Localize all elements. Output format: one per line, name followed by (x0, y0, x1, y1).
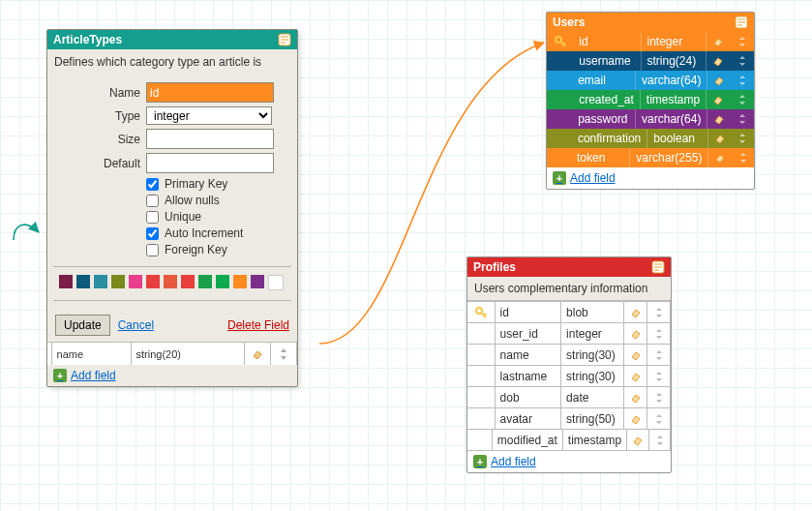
key-icon (547, 148, 571, 167)
field-name-cell: confirmation (572, 129, 647, 148)
field-type-select[interactable]: integer (146, 106, 272, 125)
table-profiles[interactable]: Profiles Users complementary information… (466, 256, 672, 473)
sort-icon[interactable] (731, 71, 754, 90)
eraser-icon[interactable] (707, 90, 730, 109)
sort-icon[interactable] (647, 345, 671, 365)
table-row[interactable]: emailvarchar(64) (547, 71, 754, 90)
delete-field-link[interactable]: Delete Field (227, 318, 289, 332)
table-row[interactable]: name string(20) (47, 342, 297, 365)
eraser-icon[interactable] (245, 343, 271, 365)
eraser-icon[interactable] (707, 109, 731, 129)
eraser-icon[interactable] (707, 32, 731, 51)
table-edit-icon[interactable] (651, 260, 665, 274)
table-row[interactable]: dobdate (467, 387, 671, 408)
field-size-input[interactable] (146, 129, 274, 149)
field-name-cell: name (52, 343, 132, 365)
color-swatch[interactable] (233, 275, 247, 288)
plus-icon: + (473, 455, 487, 468)
table-edit-icon[interactable] (735, 15, 748, 29)
sort-icon[interactable] (649, 430, 671, 450)
table-row[interactable]: idinteger (547, 32, 754, 51)
sort-icon[interactable] (647, 323, 671, 344)
field-default-input[interactable] (146, 153, 274, 173)
color-swatches (59, 275, 297, 290)
sort-icon[interactable] (730, 32, 754, 51)
color-swatch[interactable] (251, 275, 264, 288)
color-swatch[interactable] (129, 275, 142, 288)
key-icon (467, 345, 496, 365)
checkbox-foreign-key[interactable]: Foreign Key (146, 243, 297, 256)
eraser-icon[interactable] (707, 51, 731, 71)
table-row[interactable]: lastnamestring(30) (467, 366, 671, 387)
table-row[interactable]: created_attimestamp (547, 90, 754, 109)
checkbox-allow-nulls[interactable]: Allow nulls (146, 194, 297, 207)
table-row[interactable]: tokenvarchar(255) (547, 148, 754, 167)
table-row[interactable]: usernamestring(24) (547, 51, 754, 71)
table-row[interactable]: confirmationboolean (547, 129, 754, 148)
eraser-icon[interactable] (624, 323, 647, 344)
cancel-link[interactable]: Cancel (118, 318, 154, 332)
table-edit-icon[interactable] (278, 33, 291, 46)
checkbox-primary-key[interactable]: Primary Key (146, 177, 297, 191)
field-type-cell: string(24) (642, 51, 707, 71)
table-users[interactable]: Users idintegerusernamestring(24)emailva… (546, 12, 755, 190)
sort-icon[interactable] (731, 109, 754, 129)
eraser-icon[interactable] (627, 430, 649, 450)
sort-icon[interactable] (647, 387, 671, 407)
eraser-icon[interactable] (708, 129, 732, 148)
field-type-cell: varchar(255) (630, 148, 708, 167)
color-swatch[interactable] (111, 275, 125, 288)
sort-icon[interactable] (647, 408, 671, 429)
table-row[interactable]: passwordvarchar(64) (547, 109, 754, 129)
color-swatch[interactable] (216, 275, 229, 288)
eraser-icon[interactable] (624, 302, 647, 322)
table-row[interactable]: modified_attimestamp (467, 430, 671, 451)
key-icon (547, 51, 573, 71)
field-type-cell: integer (642, 32, 707, 51)
checkbox-unique[interactable]: Unique (146, 210, 297, 224)
sort-icon[interactable] (730, 51, 754, 71)
article-types-title: ArticleTypes (53, 33, 122, 46)
eraser-icon[interactable] (624, 345, 647, 365)
key-icon (547, 32, 573, 51)
sort-icon[interactable] (732, 148, 754, 167)
table-row[interactable]: user_idinteger (467, 323, 671, 345)
color-swatch[interactable] (94, 275, 107, 288)
table-row[interactable]: namestring(30) (467, 345, 671, 366)
color-swatch[interactable] (198, 275, 212, 288)
table-row[interactable]: avatarstring(50) (467, 408, 671, 430)
eraser-icon[interactable] (624, 366, 647, 386)
color-swatch[interactable] (59, 275, 73, 288)
color-swatch[interactable] (181, 275, 195, 288)
update-button[interactable]: Update (55, 315, 110, 336)
field-name-cell: password (572, 109, 636, 129)
field-name-input[interactable] (146, 82, 274, 103)
table-row[interactable]: idblob (467, 302, 671, 323)
eraser-icon[interactable] (707, 71, 731, 90)
field-name-cell: created_at (573, 90, 641, 109)
article-types-titlebar[interactable]: ArticleTypes (47, 30, 297, 49)
add-field-link[interactable]: + Add field (547, 167, 754, 189)
checkbox-auto-increment[interactable]: Auto Increment (146, 226, 297, 240)
table-article-types[interactable]: ArticleTypes Defines which category type… (46, 29, 298, 387)
label-size: Size (47, 133, 146, 146)
add-field-link[interactable]: + Add field (47, 365, 297, 386)
color-swatch[interactable] (164, 275, 177, 288)
sort-icon[interactable] (647, 302, 671, 322)
sort-icon[interactable] (271, 343, 297, 365)
field-type-cell: integer (561, 323, 624, 344)
color-swatch[interactable] (146, 275, 160, 288)
eraser-icon[interactable] (708, 148, 732, 167)
key-icon (467, 302, 496, 322)
sort-icon[interactable] (647, 366, 671, 386)
color-swatch[interactable] (268, 275, 284, 290)
sort-icon[interactable] (731, 90, 754, 109)
field-name-cell: id (573, 32, 641, 51)
separator (53, 266, 291, 267)
field-name-cell: name (496, 345, 562, 365)
color-swatch[interactable] (76, 275, 90, 288)
eraser-icon[interactable] (624, 387, 647, 407)
add-field-link[interactable]: + Add field (467, 451, 671, 472)
eraser-icon[interactable] (624, 408, 647, 429)
sort-icon[interactable] (732, 129, 754, 148)
